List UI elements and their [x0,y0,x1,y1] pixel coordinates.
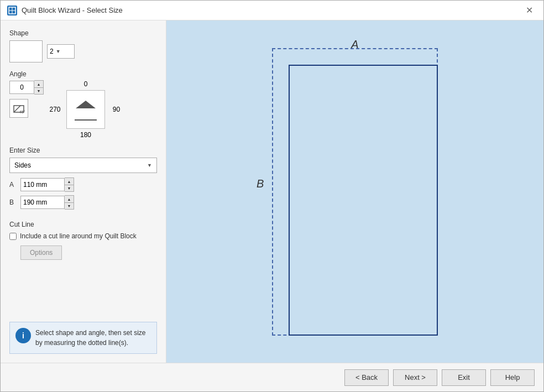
info-icon: i [15,328,31,343]
help-button[interactable]: Help [490,369,535,386]
angle-top-label: 0 [84,80,88,88]
right-panel: A B [166,20,543,363]
field-a-spinner: ▲ ▼ [65,177,74,192]
angle-spinner-btns: ▲ ▼ [34,80,44,95]
svg-text:45°: 45° [19,110,25,114]
cut-line-checkbox-row: Include a cut line around my Quilt Block [9,232,157,241]
angle-right-label: 90 [109,106,123,113]
exit-button[interactable]: Exit [442,369,486,386]
size-chevron-icon: ▼ [147,163,152,168]
angle-dial-row: 270 90 [48,90,123,129]
angle-dial[interactable] [66,90,105,129]
field-b-spinner: ▲ ▼ [65,195,74,210]
field-b-input[interactable]: 190 mm [20,196,65,209]
field-b-down-btn[interactable]: ▼ [65,202,74,209]
options-button[interactable]: Options [20,245,62,260]
angle-input[interactable]: 0 [9,81,34,94]
angle-base-icon [75,119,97,121]
size-mode-select[interactable]: Sides ▼ [9,158,157,173]
app-icon [7,6,17,15]
block-preview: A B [272,48,438,336]
cut-line-title: Cut Line [9,221,157,228]
angle-up-btn[interactable]: ▲ [34,81,43,87]
shape-row: 2 ▼ [9,40,157,62]
info-box: i Select shape and angle, then set size … [9,322,157,354]
field-a-up-btn[interactable]: ▲ [65,178,74,185]
cut-line-checkbox-label[interactable]: Include a cut line around my Quilt Block [20,232,137,241]
field-a-input[interactable]: 110 mm [20,178,65,191]
field-b-row: B 190 mm ▲ ▼ [9,195,157,210]
enter-size-label: Enter Size [9,147,157,154]
angle-label: Angle [9,70,157,78]
shape-section: Shape 2 ▼ [9,29,157,62]
label-b: B [257,177,264,190]
close-button[interactable]: ✕ [521,3,537,18]
angle-spinner[interactable]: 0 ▲ ▼ [9,80,44,95]
field-a-down-btn[interactable]: ▼ [65,185,74,191]
shape-select[interactable]: 2 ▼ [47,44,75,59]
angle-input-row: 0 ▲ ▼ [9,80,44,95]
field-b-input-group[interactable]: 190 mm ▲ ▼ [20,195,74,210]
cut-line-section: Cut Line Include a cut line around my Qu… [9,221,157,260]
field-a-label: A [9,181,20,189]
next-button[interactable]: Next > [393,369,437,386]
enter-size-section: Enter Size Sides ▼ A 110 mm ▲ ▼ [9,147,157,213]
angle-down-btn[interactable]: ▼ [34,87,43,94]
back-button[interactable]: < Back [344,369,389,386]
field-b-label: B [9,198,20,206]
shape-label: Shape [9,29,157,37]
field-a-row: A 110 mm ▲ ▼ [9,177,157,192]
footer: < Back Next > Exit Help [1,363,543,391]
angle-section: Angle 0 ▲ ▼ [9,70,157,139]
main-window: Quilt Block Wizard - Select Size ✕ Shape… [0,0,544,392]
title-bar: Quilt Block Wizard - Select Size ✕ [1,1,543,20]
field-a-input-group[interactable]: 110 mm ▲ ▼ [20,177,74,192]
cut-line-checkbox[interactable] [9,233,17,240]
left-panel: Shape 2 ▼ Angle 0 [1,20,166,363]
shape-preview [9,40,43,62]
info-text: Select shape and angle, then set size by… [35,328,151,348]
field-b-up-btn[interactable]: ▲ [65,196,74,202]
solid-border [289,65,438,336]
angle-bottom-label: 180 [80,131,91,139]
angle-left-label: 270 [48,106,62,113]
angle-triangle-icon [76,101,96,108]
chevron-down-icon: ▼ [56,49,61,54]
angle-45-button[interactable]: 45° [9,99,28,118]
window-title: Quilt Block Wizard - Select Size [22,6,521,14]
main-content: Shape 2 ▼ Angle 0 [1,20,543,363]
